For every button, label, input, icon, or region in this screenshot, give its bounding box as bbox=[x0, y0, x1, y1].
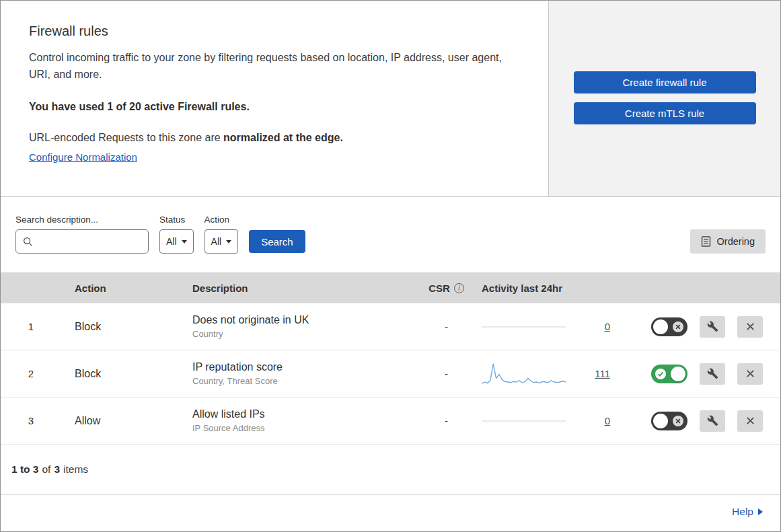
delete-rule-button[interactable] bbox=[737, 410, 763, 432]
rule-activity-cell: 111 bbox=[468, 360, 633, 388]
rule-controls bbox=[633, 316, 780, 338]
rule-enabled-toggle[interactable] bbox=[651, 317, 687, 336]
rule-fields: Country, Threat Score bbox=[192, 376, 401, 386]
column-header-description: Description bbox=[179, 282, 401, 294]
action-dropdown-value: All bbox=[211, 236, 222, 247]
rule-controls bbox=[633, 410, 780, 432]
items-of-text: of bbox=[42, 463, 50, 476]
rule-description-cell: Allow listed IPs IP Source Address bbox=[179, 408, 401, 433]
wrench-icon bbox=[707, 415, 718, 426]
page-description: Control incoming traffic to your zone by… bbox=[29, 50, 520, 83]
table-row: 1 Block Does not originate in UK Country… bbox=[1, 303, 780, 350]
page-title: Firewall rules bbox=[29, 24, 520, 39]
table-row: 3 Allow Allow listed IPs IP Source Addre… bbox=[1, 397, 780, 445]
status-dropdown[interactable]: All bbox=[159, 229, 194, 254]
rule-enabled-toggle[interactable] bbox=[651, 412, 687, 430]
rule-csr: - bbox=[401, 368, 468, 379]
column-header-activity: Activity last 24hr bbox=[468, 282, 633, 294]
page-header: Firewall rules Control incoming traffic … bbox=[1, 1, 780, 197]
rule-description-cell: Does not originate in UK Country bbox=[179, 314, 401, 339]
rule-description: Allow listed IPs bbox=[192, 408, 401, 420]
usage-summary: You have used 1 of 20 active Firewall ru… bbox=[29, 101, 520, 113]
rule-csr: - bbox=[401, 321, 468, 332]
delete-rule-button[interactable] bbox=[737, 316, 763, 338]
pagination-summary: 1 to 3 of 3 items bbox=[1, 445, 780, 494]
ordering-label: Ordering bbox=[717, 236, 755, 247]
table-header: Action Description CSR i Activity last 2… bbox=[1, 272, 780, 303]
items-total: 3 bbox=[54, 463, 60, 476]
configure-normalization-link[interactable]: Configure Normalization bbox=[29, 151, 137, 163]
search-group: Search description... bbox=[15, 215, 149, 254]
edit-rule-button[interactable] bbox=[700, 410, 725, 432]
search-button[interactable]: Search bbox=[249, 230, 305, 253]
info-icon[interactable]: i bbox=[454, 283, 464, 293]
rule-description-cell: IP reputation score Country, Threat Scor… bbox=[179, 361, 401, 386]
normalization-note-bold: normalized at the edge. bbox=[223, 132, 343, 143]
column-header-action: Action bbox=[61, 282, 179, 294]
normalization-note-prefix: URL-encoded Requests to this zone are bbox=[29, 132, 223, 143]
create-mtls-rule-button[interactable]: Create mTLS rule bbox=[574, 102, 756, 124]
toggle-knob bbox=[671, 367, 685, 381]
close-icon bbox=[745, 321, 755, 332]
activity-count-link[interactable]: 111 bbox=[595, 368, 610, 379]
rule-action: Allow bbox=[61, 415, 179, 427]
column-header-csr: CSR i bbox=[401, 282, 468, 294]
search-icon bbox=[23, 237, 33, 247]
edit-rule-button[interactable] bbox=[700, 363, 725, 385]
search-description-label: Search description... bbox=[15, 215, 149, 225]
rule-description: Does not originate in UK bbox=[192, 314, 401, 326]
x-icon bbox=[673, 321, 683, 332]
delete-rule-button[interactable] bbox=[737, 363, 763, 385]
table-row: 2 Block IP reputation score Country, Thr… bbox=[1, 350, 780, 397]
items-range: 1 to 3 bbox=[11, 463, 38, 476]
ordering-icon bbox=[701, 236, 711, 247]
wrench-icon bbox=[707, 321, 718, 332]
rule-csr: - bbox=[401, 415, 468, 426]
wrench-icon bbox=[707, 368, 718, 379]
status-label: Status bbox=[159, 215, 194, 225]
rule-action: Block bbox=[61, 368, 179, 380]
rule-activity-cell: 0 bbox=[468, 407, 633, 435]
rule-fields: Country bbox=[192, 329, 401, 339]
chevron-down-icon bbox=[182, 240, 187, 243]
search-box bbox=[15, 229, 149, 254]
action-dropdown[interactable]: All bbox=[204, 229, 239, 254]
activity-count-link[interactable]: 0 bbox=[605, 321, 610, 332]
activity-sparkline bbox=[482, 407, 566, 435]
items-label: items bbox=[63, 463, 88, 476]
edit-rule-button[interactable] bbox=[700, 316, 725, 338]
normalization-note: URL-encoded Requests to this zone are no… bbox=[29, 132, 520, 144]
header-text-block: Firewall rules Control incoming traffic … bbox=[1, 1, 549, 196]
rule-priority: 2 bbox=[1, 368, 61, 379]
filter-bar: Search description... Status All Action … bbox=[1, 197, 780, 272]
help-link[interactable]: Help bbox=[732, 506, 753, 518]
activity-count-link[interactable]: 0 bbox=[605, 415, 610, 426]
chevron-down-icon bbox=[226, 240, 231, 243]
close-icon bbox=[745, 369, 755, 379]
rule-priority: 3 bbox=[1, 415, 61, 426]
rule-action: Block bbox=[61, 321, 179, 333]
search-input[interactable] bbox=[38, 236, 141, 247]
help-arrow-icon bbox=[758, 508, 763, 515]
csr-header-label: CSR bbox=[429, 282, 450, 294]
status-group: Status All bbox=[159, 215, 194, 254]
toggle-knob bbox=[653, 414, 668, 428]
activity-sparkline bbox=[482, 360, 566, 388]
rule-activity-cell: 0 bbox=[468, 313, 633, 341]
check-icon bbox=[655, 369, 666, 379]
rule-controls bbox=[633, 363, 780, 385]
firewall-rules-page: Firewall rules Control incoming traffic … bbox=[0, 0, 781, 532]
help-bar: Help bbox=[1, 494, 780, 529]
ordering-button[interactable]: Ordering bbox=[690, 229, 766, 254]
x-icon bbox=[673, 416, 683, 426]
activity-sparkline bbox=[482, 313, 566, 341]
close-icon bbox=[745, 416, 755, 426]
action-group: Action All bbox=[204, 215, 239, 254]
rule-enabled-toggle[interactable] bbox=[651, 365, 687, 383]
status-dropdown-value: All bbox=[166, 236, 177, 247]
actions-panel: Create firewall rule Create mTLS rule bbox=[549, 1, 780, 196]
action-label: Action bbox=[204, 215, 239, 225]
rule-priority: 1 bbox=[1, 321, 61, 332]
rule-fields: IP Source Address bbox=[192, 423, 401, 433]
create-firewall-rule-button[interactable]: Create firewall rule bbox=[574, 71, 756, 93]
